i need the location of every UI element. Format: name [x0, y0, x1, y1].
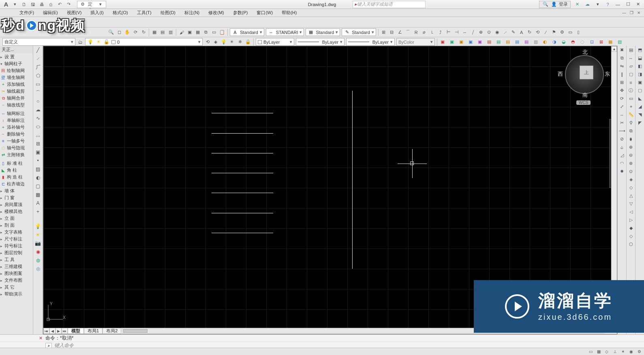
tz-hide-num[interactable]: ◌轴号隐现 — [0, 145, 33, 151]
dim-style-icon[interactable]: ⚙ — [558, 29, 566, 36]
inspect-icon[interactable]: ◉ — [494, 29, 501, 36]
dim-ordinate-icon[interactable]: ꜖ — [429, 29, 436, 36]
paste-icon[interactable]: 📋 — [218, 29, 226, 36]
tz-layer[interactable]: 图层控制 — [0, 249, 33, 256]
chamfer-icon[interactable]: ◿ — [618, 152, 625, 159]
tool-i-icon[interactable]: ◁ — [627, 208, 634, 215]
top-view-icon[interactable]: ⬒ — [636, 47, 643, 53]
tz-main-aux[interactable]: ⇄主附转换 — [0, 151, 33, 158]
status-gear-icon[interactable]: ⚙ — [636, 349, 642, 354]
tool-l-icon[interactable]: ◇ — [627, 233, 634, 240]
hatch-icon[interactable]: ▨ — [34, 166, 42, 173]
mlstyle-combo[interactable]: ✎ Standard ▾ — [342, 28, 376, 36]
tab-model[interactable]: 模型 — [68, 328, 84, 334]
tool-r1-icon[interactable]: ◓ — [569, 38, 577, 46]
tz-room[interactable]: 房间屋顶 — [0, 201, 33, 208]
tz-merge-grid[interactable]: ⧉轴网合并 — [0, 95, 33, 102]
tz-del-num[interactable]: −删除轴号 — [0, 131, 33, 138]
dim-break-icon[interactable]: ⧸ — [469, 29, 477, 36]
tz-wall[interactable]: 墙 体 — [0, 187, 33, 194]
id-icon[interactable]: ⓘ — [627, 87, 634, 94]
offset-icon[interactable]: ‖ — [618, 71, 625, 78]
qat-saveas-icon[interactable]: 🖶 — [38, 1, 45, 8]
tz-draw-grid[interactable]: 田绘制轴网 — [0, 67, 33, 74]
menu-help[interactable]: 帮助(H) — [282, 10, 297, 16]
tz-single-dim[interactable]: ↕单轴标注 — [0, 117, 33, 124]
block-icon[interactable]: ▣ — [186, 29, 193, 36]
tz-block[interactable]: 图块图案 — [0, 270, 33, 277]
tz-corner-col[interactable]: ◣角 柱 — [0, 167, 33, 174]
copy-icon[interactable]: ⧉ — [618, 55, 625, 62]
match-icon[interactable]: 🖌 — [178, 29, 185, 36]
list-icon[interactable]: ≡ — [627, 79, 634, 86]
tool-orange2-icon[interactable]: ▤ — [504, 38, 511, 46]
layer-icon[interactable]: ▥ — [167, 29, 174, 36]
visual-icon[interactable]: ◎ — [34, 265, 42, 272]
tool-h-icon[interactable]: ▽ — [627, 200, 634, 207]
tolerance-icon[interactable]: ⊕ — [477, 29, 485, 36]
left-view-icon[interactable]: ◧ — [636, 63, 643, 70]
spline-icon[interactable]: ∿ — [34, 115, 42, 122]
tab-scroll-prev-icon[interactable]: ◀ — [49, 328, 56, 334]
scroll-up-icon[interactable]: ▲ — [612, 46, 617, 52]
dim-aligned-icon[interactable]: ⊟ — [388, 29, 396, 36]
tab-scroll-first-icon[interactable]: ⏮ — [43, 328, 49, 334]
tool-red-icon[interactable]: ▣ — [439, 38, 446, 46]
table-icon[interactable]: ▦ — [34, 191, 42, 198]
dim-space-icon[interactable]: ↔ — [461, 29, 469, 36]
tz-change-ltype[interactable]: ┄轴改线型 — [0, 102, 33, 108]
arc-icon[interactable]: ⌒ — [34, 89, 42, 96]
tz-other[interactable]: 其 它 — [0, 284, 33, 291]
tool-orange-icon[interactable]: ▣ — [458, 38, 465, 46]
fillet-icon[interactable]: ◠ — [618, 160, 625, 167]
menu-file[interactable]: 文件(F) — [19, 10, 34, 16]
sw-iso-icon[interactable]: ◣ — [636, 95, 643, 102]
tool-y1-icon[interactable]: ◐ — [541, 38, 549, 46]
tz-door[interactable]: 门 窗 — [0, 194, 33, 201]
dropdown-icon[interactable]: ▾ — [594, 1, 601, 8]
se-iso-icon[interactable]: ◢ — [636, 103, 643, 110]
dim-tedit-icon[interactable]: A — [518, 29, 525, 36]
qat-redo-icon[interactable]: ↷ — [65, 1, 72, 8]
tool-y2-icon[interactable]: ▦ — [607, 38, 614, 46]
dim-extra1-icon[interactable]: ▭ — [567, 29, 574, 36]
tab-scroll-next-icon[interactable]: ▶ — [56, 328, 62, 334]
tz-std-col[interactable]: ▯标 准 柱 — [0, 160, 33, 167]
dim-update-icon[interactable]: ↻ — [526, 29, 533, 36]
tz-help[interactable]: 帮助演示 — [0, 291, 33, 298]
tz-grid-dim[interactable]: ↔轴网标注 — [0, 110, 33, 117]
tool-g1-icon[interactable]: ◒ — [560, 38, 567, 46]
tool-k-icon[interactable]: ◆ — [627, 225, 634, 232]
polyline-icon[interactable]: ⺁ — [34, 64, 42, 71]
status-osnap-icon[interactable]: ◉ — [628, 349, 634, 354]
dim-jog-icon[interactable]: ⟋ — [502, 29, 509, 36]
bottom-view-icon[interactable]: ⬓ — [636, 55, 643, 62]
tz-settings[interactable]: 设 置 — [0, 53, 33, 60]
tz-stair[interactable]: 楼梯其他 — [0, 208, 33, 215]
tool-c-icon[interactable]: ⊗ — [627, 160, 634, 167]
region-icon[interactable]: ▢ — [34, 183, 42, 190]
insert-block-icon[interactable]: ⊞ — [34, 140, 42, 147]
qat-open-icon[interactable]: 🗋 — [20, 1, 28, 8]
zoom-window-icon[interactable]: ◻ — [116, 29, 123, 36]
tz-struct-col[interactable]: ▮构 造 柱 — [0, 174, 33, 181]
material-icon[interactable]: ◍ — [34, 257, 42, 264]
tz-tools[interactable]: 工 具 — [0, 256, 33, 263]
tz-add-num[interactable]: +添补轴号 — [0, 124, 33, 131]
tool-b1-icon[interactable]: ◑ — [551, 38, 558, 46]
construction-line-icon[interactable]: ⟋ — [34, 55, 42, 62]
qat-new-icon[interactable]: ▾ — [11, 1, 19, 8]
qat-undo-icon[interactable]: ↶ — [56, 1, 63, 8]
dim-diameter-icon[interactable]: ⌀ — [421, 29, 428, 36]
color-combo[interactable]: ByLayer ▾ — [256, 38, 294, 46]
qat-plot-icon[interactable]: ⎙ — [47, 1, 54, 8]
ne-iso-icon[interactable]: ◥ — [636, 111, 643, 118]
back-view-icon[interactable]: ▢ — [636, 87, 643, 94]
tool-purple-icon[interactable]: ▣ — [476, 38, 484, 46]
menu-view[interactable]: 视图(V) — [67, 10, 82, 16]
circle-icon[interactable]: ○ — [34, 98, 42, 105]
tz-multi-num[interactable]: ≡一轴多号 — [0, 138, 33, 145]
center-mark-icon[interactable]: ⊙ — [486, 29, 493, 36]
tz-elev[interactable]: 立 面 — [0, 215, 33, 222]
tool-gray-icon[interactable]: ▥ — [532, 38, 539, 46]
